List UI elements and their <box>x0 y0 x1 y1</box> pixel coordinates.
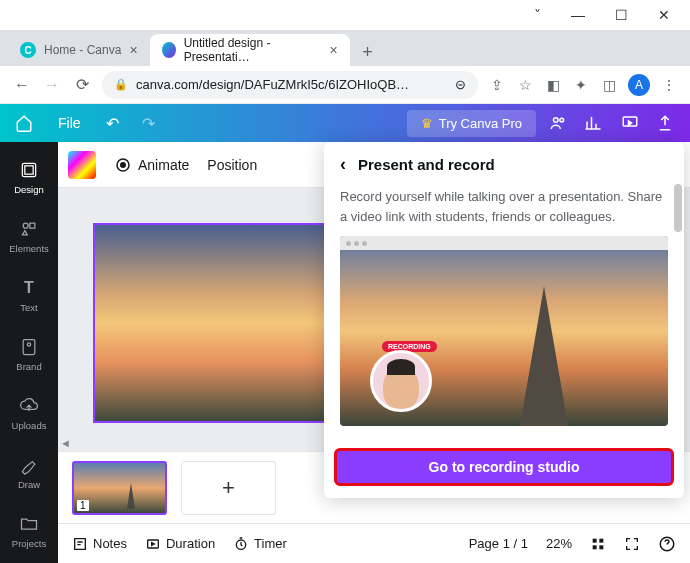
brand-icon <box>19 337 39 357</box>
sidebar-item-label: Design <box>14 184 44 195</box>
position-button[interactable]: Position <box>207 157 257 173</box>
extension-icon[interactable]: ◧ <box>544 76 562 94</box>
close-icon[interactable]: × <box>129 42 137 58</box>
tab-untitled-design[interactable]: Untitled design - Presentati… × <box>150 34 350 66</box>
slide-canvas[interactable] <box>93 223 343 423</box>
panel-description: Record yourself while talking over a pre… <box>340 187 668 226</box>
window-dropdown-icon[interactable]: ˅ <box>534 7 541 23</box>
uploads-icon <box>19 396 39 416</box>
animate-icon <box>114 156 132 174</box>
svg-point-8 <box>27 343 30 346</box>
back-icon[interactable]: ‹ <box>340 154 346 175</box>
timer-button[interactable]: Timer <box>233 536 287 552</box>
sidebar-item-label: Projects <box>12 538 46 549</box>
slide-thumbnail-1[interactable]: 1 <box>72 461 167 515</box>
sidebar-item-text[interactable]: T Text <box>0 270 58 321</box>
zoom-level[interactable]: 22% <box>546 536 572 551</box>
svg-rect-7 <box>23 340 35 355</box>
sidebar-item-draw[interactable]: Draw <box>0 447 58 498</box>
duration-label: Duration <box>166 536 215 551</box>
sidebar-item-elements[interactable]: Elements <box>0 211 58 262</box>
try-canva-pro-button[interactable]: ♛ Try Canva Pro <box>407 110 536 137</box>
tab-title: Home - Canva <box>44 43 121 57</box>
design-icon <box>19 160 39 180</box>
address-bar[interactable]: 🔒 canva.com/design/DAFuZMrkI5c/6IZOHIoQB… <box>102 71 478 99</box>
left-sidebar: Design Elements T Text Brand Uploads Dra… <box>0 142 58 563</box>
puzzle-icon[interactable]: ✦ <box>572 76 590 94</box>
share-icon[interactable] <box>656 114 680 132</box>
back-button[interactable]: ← <box>12 76 32 94</box>
window-maximize-icon[interactable]: ☐ <box>615 7 628 23</box>
sidebar-item-design[interactable]: Design <box>0 152 58 203</box>
redo-icon[interactable]: ↷ <box>137 114 161 133</box>
browser-tab-bar: C Home - Canva × Untitled design - Prese… <box>0 30 690 66</box>
forward-button[interactable]: → <box>42 76 62 94</box>
sidepanel-icon[interactable]: ◫ <box>600 76 618 94</box>
sidebar-item-projects[interactable]: Projects <box>0 506 58 557</box>
lock-icon: 🔒 <box>114 78 128 91</box>
elements-icon <box>19 219 39 239</box>
menu-icon[interactable]: ⋮ <box>660 76 678 94</box>
canva-header: File ↶ ↷ ♛ Try Canva Pro <box>0 104 690 142</box>
svg-point-0 <box>554 118 559 123</box>
text-icon: T <box>24 278 34 298</box>
eiffel-mini-icon <box>127 483 135 509</box>
analytics-icon[interactable] <box>584 114 608 132</box>
svg-rect-16 <box>599 545 603 549</box>
sidebar-item-brand[interactable]: Brand <box>0 329 58 380</box>
help-icon[interactable] <box>658 535 676 553</box>
present-record-panel: ‹ Present and record Record yourself whi… <box>324 142 684 498</box>
recording-preview: RECORDING <box>340 236 668 426</box>
browser-toolbar: ← → ⟳ 🔒 canva.com/design/DAFuZMrkI5c/6IZ… <box>0 66 690 104</box>
page-indicator[interactable]: Page 1 / 1 <box>469 536 528 551</box>
tab-title: Untitled design - Presentati… <box>184 36 322 64</box>
tab-home-canva[interactable]: C Home - Canva × <box>8 34 150 66</box>
sidebar-item-label: Uploads <box>12 420 47 431</box>
svg-point-5 <box>23 223 28 228</box>
new-tab-button[interactable]: + <box>354 38 382 66</box>
collaborators-icon[interactable] <box>548 114 572 132</box>
projects-icon <box>19 514 39 534</box>
star-icon[interactable]: ☆ <box>516 76 534 94</box>
svg-rect-13 <box>593 538 597 542</box>
profile-avatar[interactable]: A <box>628 74 650 96</box>
share-icon[interactable]: ⇪ <box>488 76 506 94</box>
scroll-left-icon[interactable]: ◄ <box>60 437 71 449</box>
sidebar-item-uploads[interactable]: Uploads <box>0 388 58 439</box>
duration-icon <box>145 536 161 552</box>
cta-label: Go to recording studio <box>429 459 580 475</box>
crown-icon: ♛ <box>421 116 433 131</box>
reload-button[interactable]: ⟳ <box>72 75 92 94</box>
window-close-icon[interactable]: ✕ <box>658 7 670 23</box>
duration-button[interactable]: Duration <box>145 536 215 552</box>
notes-label: Notes <box>93 536 127 551</box>
zoom-icon[interactable]: ⊝ <box>455 77 466 92</box>
fullscreen-icon[interactable] <box>624 536 640 552</box>
svg-rect-4 <box>25 166 33 174</box>
close-icon[interactable]: × <box>329 42 337 58</box>
grid-view-icon[interactable] <box>590 536 606 552</box>
bottom-bar: Notes Duration Timer Page 1 / 1 22% <box>58 523 690 563</box>
color-picker-button[interactable] <box>68 151 96 179</box>
present-icon[interactable] <box>620 114 644 132</box>
animate-button[interactable]: Animate <box>114 156 189 174</box>
add-slide-button[interactable]: + <box>181 461 276 515</box>
position-label: Position <box>207 157 257 173</box>
go-to-recording-studio-button[interactable]: Go to recording studio <box>334 448 674 486</box>
sidebar-item-label: Draw <box>18 479 40 490</box>
svg-rect-6 <box>30 223 35 228</box>
eiffel-tower-icon <box>520 286 568 426</box>
home-icon[interactable] <box>10 109 38 137</box>
panel-title: Present and record <box>358 156 495 173</box>
notes-button[interactable]: Notes <box>72 536 127 552</box>
timer-label: Timer <box>254 536 287 551</box>
timer-icon <box>233 536 249 552</box>
svg-rect-14 <box>599 538 603 542</box>
sidebar-item-label: Brand <box>16 361 41 372</box>
draw-icon <box>19 455 39 475</box>
window-minimize-icon[interactable]: — <box>571 7 585 23</box>
file-menu[interactable]: File <box>50 115 89 131</box>
undo-icon[interactable]: ↶ <box>101 114 125 133</box>
panel-scrollbar[interactable] <box>674 184 682 232</box>
notes-icon <box>72 536 88 552</box>
